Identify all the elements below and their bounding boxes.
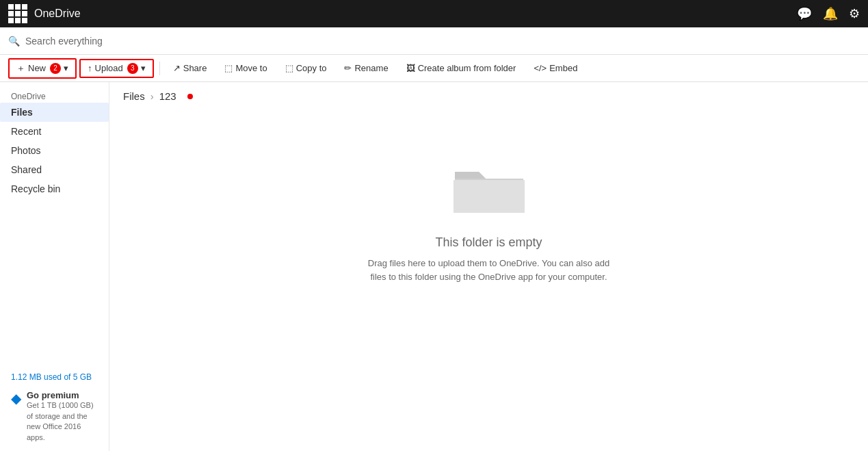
copy-to-label: Copy to	[296, 63, 327, 73]
search-icon: 🔍	[8, 36, 20, 47]
upload-chevron-icon: ▾	[141, 63, 146, 73]
upload-icon: ↑	[88, 63, 92, 73]
go-premium[interactable]: ◆ Go premium Get 1 TB (1000 GB) of stora…	[11, 390, 98, 443]
create-album-button[interactable]: 🖼 Create album from folder	[399, 60, 524, 77]
plus-icon: ＋	[16, 62, 25, 75]
toolbar: ＋ New 2 ▾ ↑ Upload 3 ▾ ↗ Share ⬚ Move to…	[0, 55, 868, 82]
empty-folder-icon	[448, 151, 530, 220]
rename-button[interactable]: ✏ Rename	[337, 60, 395, 77]
empty-folder-desc: Drag files here to upload them to OneDri…	[366, 257, 612, 283]
share-button-label: Share	[183, 63, 207, 73]
embed-icon: </>	[534, 63, 547, 73]
search-bar[interactable]: 🔍 Search everything	[0, 27, 868, 55]
move-to-label: Move to	[235, 63, 267, 73]
breadcrumb-current: 123	[159, 90, 176, 102]
notifications-icon[interactable]: 🔔	[823, 6, 838, 21]
embed-label: Embed	[549, 63, 577, 73]
diamond-icon: ◆	[11, 390, 21, 407]
share-icon: ↗	[173, 63, 181, 73]
sidebar-section-label: OneDrive	[0, 88, 109, 103]
upload-button-label: Upload	[95, 63, 123, 73]
new-badge: 2	[50, 63, 61, 74]
sidebar-item-recycle-bin[interactable]: Recycle bin	[0, 179, 109, 198]
brand-name: OneDrive	[34, 8, 797, 20]
sidebar-item-files[interactable]: Files	[0, 103, 109, 122]
empty-folder-title: This folder is empty	[435, 235, 542, 250]
settings-icon[interactable]: ⚙	[849, 6, 860, 21]
empty-folder-view: This folder is empty Drag files here to …	[109, 110, 868, 324]
header-icons: 💬 🔔 ⚙	[797, 6, 860, 21]
move-icon: ⬚	[224, 63, 233, 73]
folder-icon-wrapper	[448, 151, 530, 222]
create-album-label: Create album from folder	[418, 63, 516, 73]
toolbar-separator-1	[159, 62, 160, 75]
go-premium-desc: Get 1 TB (1000 GB) of storage and the ne…	[27, 400, 98, 443]
album-icon: 🖼	[406, 63, 415, 73]
storage-label[interactable]: 1.12 MB used of 5 GB	[11, 372, 98, 382]
new-button[interactable]: ＋ New 2 ▾	[8, 58, 77, 79]
rename-label: Rename	[354, 63, 388, 73]
sidebar-bottom: 1.12 MB used of 5 GB ◆ Go premium Get 1 …	[0, 364, 109, 451]
chat-icon[interactable]: 💬	[797, 6, 812, 21]
sidebar: OneDrive Files Recent Photos Shared Recy…	[0, 82, 109, 451]
breadcrumb-separator: ›	[150, 90, 154, 102]
new-chevron-icon: ▾	[64, 63, 68, 73]
sidebar-item-shared[interactable]: Shared	[0, 160, 109, 179]
share-button[interactable]: ↗ Share	[166, 60, 215, 77]
sidebar-item-photos[interactable]: Photos	[0, 141, 109, 160]
breadcrumb: Files › 123	[109, 82, 868, 110]
content-area: Files › 123 This folder is empty Drag fi…	[109, 82, 868, 451]
loading-indicator	[187, 94, 193, 99]
copy-to-button[interactable]: ⬚ Copy to	[278, 60, 334, 77]
copy-icon: ⬚	[285, 63, 293, 73]
move-to-button[interactable]: ⬚ Move to	[217, 60, 274, 77]
sidebar-item-recent[interactable]: Recent	[0, 122, 109, 141]
upload-button[interactable]: ↑ Upload 3 ▾	[79, 59, 154, 78]
waffle-menu[interactable]	[8, 4, 27, 23]
upload-badge: 3	[127, 63, 138, 74]
main-area: OneDrive Files Recent Photos Shared Recy…	[0, 82, 868, 451]
breadcrumb-files[interactable]: Files	[123, 90, 145, 102]
go-premium-info: Go premium Get 1 TB (1000 GB) of storage…	[27, 390, 98, 443]
rename-icon: ✏	[344, 63, 352, 73]
go-premium-label: Go premium	[27, 390, 98, 400]
new-button-label: New	[28, 63, 46, 73]
header: OneDrive 💬 🔔 ⚙	[0, 0, 868, 27]
search-placeholder: Search everything	[25, 36, 103, 47]
embed-button[interactable]: </> Embed	[526, 60, 585, 77]
